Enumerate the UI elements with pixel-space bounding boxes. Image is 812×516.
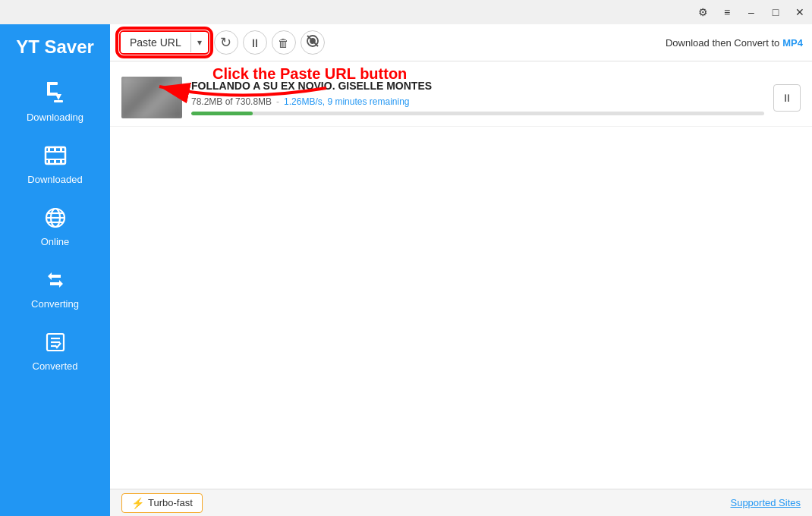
title-bar-controls: ⚙ ≡ – □ ✕ bbox=[691, 0, 812, 24]
globe-icon bbox=[44, 206, 67, 233]
main-panel: Paste URL ▾ ↻ ⏸ 🗑 bbox=[110, 24, 812, 516]
svg-rect-12 bbox=[54, 160, 56, 164]
svg-rect-8 bbox=[48, 147, 50, 151]
sidebar-item-converted[interactable]: Converted bbox=[0, 320, 110, 382]
download-progress-bar bbox=[191, 112, 764, 115]
hide-icon bbox=[306, 34, 319, 51]
sidebar-item-downloaded[interactable]: Downloaded bbox=[0, 134, 110, 196]
toolbar-right: Download then Convert to MP4 bbox=[666, 37, 803, 49]
download-convert-text: Download then Convert to bbox=[666, 37, 779, 49]
app-logo: YT Saver bbox=[16, 36, 94, 58]
sidebar-item-converting[interactable]: Converting bbox=[0, 258, 110, 320]
download-size: 78.2MB of 730.8MB bbox=[191, 96, 272, 107]
download-speed: 1.26MB/s, 9 minutes remaining bbox=[284, 96, 409, 107]
sidebar-item-converting-label: Converting bbox=[31, 298, 79, 310]
sidebar-item-online[interactable]: Online bbox=[0, 196, 110, 258]
settings-button[interactable]: ⚙ bbox=[691, 0, 715, 24]
download-list: FOLLANDO A SU EX NOVIO. GISELLE MONTES 7… bbox=[110, 61, 812, 489]
svg-rect-7 bbox=[46, 159, 65, 160]
download-info: FOLLANDO A SU EX NOVIO. GISELLE MONTES 7… bbox=[191, 80, 764, 115]
download-meta: 78.2MB of 730.8MB - 1.26MB/s, 9 minutes … bbox=[191, 96, 764, 107]
paste-url-dropdown-arrow[interactable]: ▾ bbox=[190, 33, 208, 52]
sidebar: YT Saver Downloading bbox=[0, 24, 110, 516]
delete-button[interactable]: 🗑 bbox=[272, 30, 296, 55]
refresh-icon: ↻ bbox=[220, 34, 231, 51]
download-icon bbox=[43, 80, 68, 109]
download-thumbnail bbox=[121, 77, 182, 118]
svg-rect-11 bbox=[48, 160, 50, 164]
maximize-button[interactable]: □ bbox=[763, 0, 788, 24]
paste-url-label[interactable]: Paste URL bbox=[121, 32, 190, 53]
content-area: YT Saver Downloading bbox=[0, 24, 812, 516]
download-pause-button[interactable]: ⏸ bbox=[773, 84, 801, 112]
bottom-bar: ⚡ Turbo-fast Supported Sites bbox=[110, 489, 812, 516]
download-title: FOLLANDO A SU EX NOVIO. GISELLE MONTES bbox=[191, 80, 764, 92]
svg-rect-13 bbox=[60, 160, 62, 164]
pause-icon: ⏸ bbox=[249, 36, 260, 49]
sidebar-item-downloading[interactable]: Downloading bbox=[0, 70, 110, 134]
list-icon bbox=[44, 331, 67, 357]
svg-rect-9 bbox=[54, 147, 56, 151]
sidebar-item-online-label: Online bbox=[41, 236, 70, 247]
minimize-button[interactable]: – bbox=[739, 0, 763, 24]
sidebar-item-converted-label: Converted bbox=[33, 360, 78, 372]
paste-url-button-group[interactable]: Paste URL ▾ bbox=[119, 30, 209, 55]
pause-icon: ⏸ bbox=[782, 92, 792, 104]
svg-rect-4 bbox=[54, 100, 63, 102]
film-icon bbox=[44, 144, 67, 171]
sidebar-item-downloaded-label: Downloaded bbox=[27, 174, 82, 185]
format-link[interactable]: MP4 bbox=[782, 37, 803, 49]
toolbar: Paste URL ▾ ↻ ⏸ 🗑 bbox=[110, 24, 812, 61]
convert-icon bbox=[44, 269, 67, 295]
download-progress-fill bbox=[191, 112, 253, 115]
refresh-button[interactable]: ↻ bbox=[214, 30, 238, 55]
turbo-fast-button[interactable]: ⚡ Turbo-fast bbox=[121, 493, 203, 513]
sidebar-item-downloading-label: Downloading bbox=[27, 112, 83, 123]
turbo-label: Turbo-fast bbox=[148, 497, 193, 508]
svg-rect-10 bbox=[60, 147, 62, 151]
download-item: FOLLANDO A SU EX NOVIO. GISELLE MONTES 7… bbox=[110, 69, 812, 127]
title-bar: ⚙ ≡ – □ ✕ bbox=[0, 0, 812, 24]
menu-button[interactable]: ≡ bbox=[715, 0, 739, 24]
supported-sites-link[interactable]: Supported Sites bbox=[730, 497, 801, 508]
hide-button[interactable] bbox=[301, 30, 325, 55]
close-button[interactable]: ✕ bbox=[788, 0, 812, 24]
svg-marker-3 bbox=[55, 94, 61, 100]
app-container: YT Saver Downloading bbox=[0, 24, 812, 516]
svg-rect-6 bbox=[46, 151, 65, 153]
pause-all-button[interactable]: ⏸ bbox=[243, 30, 267, 55]
turbo-icon: ⚡ bbox=[131, 497, 144, 509]
delete-icon: 🗑 bbox=[278, 36, 289, 49]
